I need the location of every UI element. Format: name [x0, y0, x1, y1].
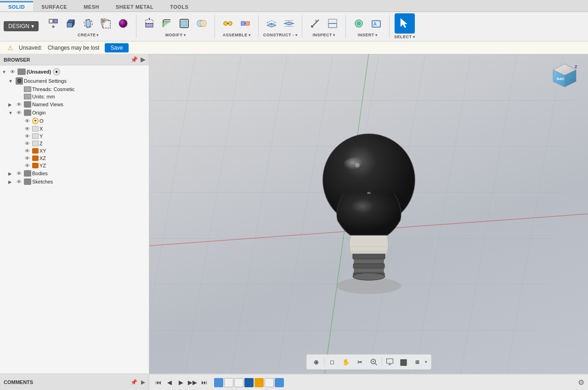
tree-item-origin-z[interactable]: 👁 Z: [0, 140, 149, 147]
inspect-label[interactable]: INSPECT ▾: [313, 33, 335, 37]
insert-label[interactable]: INSERT ▾: [358, 33, 378, 37]
tree-item-threads[interactable]: Threads: Cosmetic: [0, 86, 149, 93]
svg-marker-16: [146, 20, 153, 23]
midplane-btn[interactable]: [281, 15, 297, 32]
new-component-btn[interactable]: [45, 15, 62, 32]
tree-item-doc-settings[interactable]: ▼ ⚙ Document Settings: [0, 76, 149, 86]
timeline-marker-6[interactable]: [265, 378, 274, 387]
timeline-marker-4[interactable]: [244, 378, 254, 387]
insert-derive-btn[interactable]: [351, 15, 367, 32]
extrude-btn[interactable]: [62, 15, 79, 32]
shell-btn[interactable]: [176, 15, 192, 32]
timeline-last-btn[interactable]: ⏭: [199, 378, 209, 388]
tree-item-origin-yz[interactable]: 👁 YZ: [0, 162, 149, 169]
select-label[interactable]: SELECT ▾: [394, 34, 415, 39]
comments-pin-icon[interactable]: 📌: [130, 379, 137, 385]
tab-sheet_metal[interactable]: SHEET METAL: [107, 2, 162, 11]
camera-btn[interactable]: □: [326, 356, 338, 368]
create-label[interactable]: CREATE ▾: [78, 33, 99, 37]
revolve-btn[interactable]: [80, 15, 96, 32]
origin-yz-eye-icon[interactable]: 👁: [23, 163, 31, 168]
timeline-prev-btn[interactable]: ◀: [164, 378, 175, 388]
origin-o-eye-icon[interactable]: 👁: [23, 118, 31, 124]
svg-rect-15: [146, 23, 153, 27]
vp-divider-2: [381, 357, 382, 367]
modify-label[interactable]: MODIFY ▾: [165, 33, 186, 37]
origin-xy-plane-icon: [32, 148, 39, 154]
timeline-play-btn[interactable]: ▶: [176, 378, 186, 388]
tab-surface[interactable]: SURFACE: [33, 2, 75, 11]
timeline-marker-1[interactable]: [214, 378, 223, 387]
timeline-marker-7[interactable]: [275, 378, 284, 387]
timeline-marker-2[interactable]: [224, 378, 233, 387]
origin-xz-eye-icon[interactable]: 👁: [23, 155, 31, 161]
decal-btn[interactable]: A: [368, 15, 384, 32]
save-button[interactable]: Save: [105, 43, 128, 52]
tree-item-bodies[interactable]: ▶ 👁 Bodies: [0, 169, 149, 178]
scale-btn[interactable]: [97, 15, 114, 32]
timeline-marker-3[interactable]: [234, 378, 243, 387]
bodies-eye-icon[interactable]: 👁: [15, 171, 23, 176]
environment-btn[interactable]: ⊞: [411, 356, 423, 368]
fillet-btn[interactable]: [158, 15, 175, 32]
cube-navigator[interactable]: BACK Z: [548, 62, 581, 94]
section-analysis-btn[interactable]: [324, 15, 341, 32]
construct-label[interactable]: CONSTRUCT - ▾: [263, 33, 297, 37]
construct-caret-icon: ▾: [295, 33, 298, 37]
viewport[interactable]: BACK Z ⊕ □ ✋ ✂ ▦ ⊞ ▾: [149, 54, 588, 373]
press-pull-btn[interactable]: [141, 15, 158, 32]
display-settings-btn[interactable]: [384, 356, 396, 368]
construct-label-text: CONSTRUCT -: [263, 33, 294, 37]
sphere-btn[interactable]: [115, 15, 131, 32]
named-views-eye-icon[interactable]: 👁: [15, 102, 23, 107]
as-built-joint-btn[interactable]: [237, 15, 254, 32]
browser-pin-icon[interactable]: 📌: [130, 56, 138, 63]
tree-item-root[interactable]: ▼ 👁 (Unsaved) ●: [0, 67, 149, 76]
svg-point-23: [224, 22, 227, 25]
pan-btn[interactable]: ✋: [340, 356, 352, 368]
tree-item-origin[interactable]: ▼ 👁 Origin: [0, 109, 149, 117]
combine-btn[interactable]: [193, 15, 210, 32]
comments-title: COMMENTS: [4, 379, 33, 385]
joint-btn[interactable]: [220, 15, 236, 32]
timeline-next-btn[interactable]: ▶▶: [187, 378, 198, 388]
zoom-btn[interactable]: [368, 356, 379, 368]
assemble-label[interactable]: ASSEMBLE ▾: [223, 33, 251, 37]
vp-dropdown-caret[interactable]: ▾: [425, 360, 427, 364]
select-btn[interactable]: [395, 13, 415, 34]
tree-item-origin-xz[interactable]: 👁 XZ: [0, 155, 149, 162]
orbit-btn[interactable]: ✂: [354, 356, 366, 368]
origin-label: Origin: [32, 110, 45, 115]
svg-point-61: [341, 157, 373, 180]
timeline-first-btn[interactable]: ⏮: [153, 378, 163, 388]
tree-item-origin-x[interactable]: 👁 X: [0, 125, 149, 132]
sketches-expand-icon: ▶: [8, 179, 15, 184]
offset-plane-btn[interactable]: [263, 15, 280, 32]
snap-to-grid-btn[interactable]: ⊕: [310, 356, 322, 368]
measure-btn[interactable]: [307, 15, 323, 32]
timeline-settings-icon[interactable]: ⚙: [578, 378, 584, 387]
timeline-marker-5[interactable]: [254, 378, 264, 387]
tree-item-origin-xy[interactable]: 👁 XY: [0, 147, 149, 155]
svg-point-14: [119, 19, 127, 28]
sketches-eye-icon[interactable]: 👁: [15, 179, 23, 184]
tab-mesh[interactable]: MESH: [75, 2, 107, 11]
root-eye-icon[interactable]: 👁: [8, 69, 17, 75]
tab-tools[interactable]: TOOLS: [162, 2, 197, 11]
browser-collapse-icon[interactable]: ▶: [141, 56, 145, 63]
tree-item-sketches[interactable]: ▶ 👁 Sketches: [0, 178, 149, 186]
origin-x-eye-icon[interactable]: 👁: [23, 126, 31, 132]
origin-xy-eye-icon[interactable]: 👁: [23, 148, 31, 154]
main-area: BROWSER 📌 ▶ ▼ 👁 (Unsaved) ● ▼ ⚙ Document…: [0, 54, 588, 373]
tab-solid[interactable]: SOLID: [0, 1, 33, 11]
origin-eye-icon[interactable]: 👁: [15, 110, 23, 115]
grid-display-btn[interactable]: ▦: [397, 356, 409, 368]
comments-collapse-icon[interactable]: ▶: [141, 379, 145, 385]
origin-z-eye-icon[interactable]: 👁: [23, 141, 31, 146]
design-button[interactable]: DESIGN ▾: [4, 21, 39, 31]
tree-item-named-views[interactable]: ▶ 👁 Named Views: [0, 100, 149, 109]
origin-y-eye-icon[interactable]: 👁: [23, 133, 31, 139]
tree-item-origin-y[interactable]: 👁 Y: [0, 132, 149, 140]
tree-item-units[interactable]: Units: mm: [0, 93, 149, 100]
tree-item-origin-o[interactable]: 👁 + O: [0, 117, 149, 125]
